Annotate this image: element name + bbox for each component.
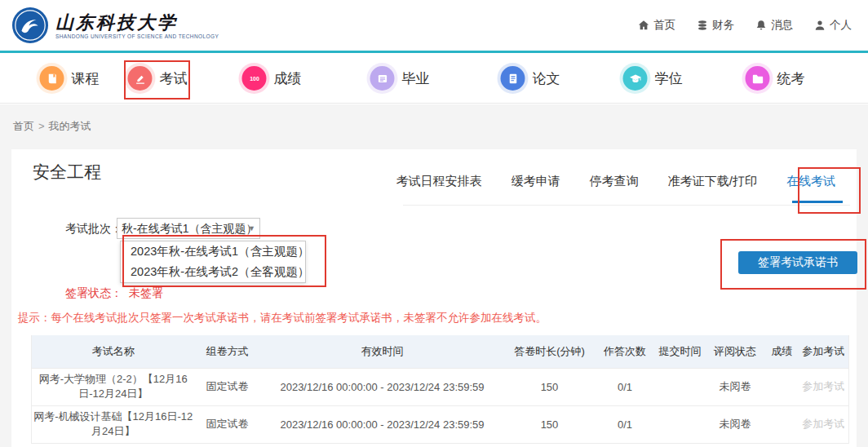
exam-card: 安全工程 考试日程安排表 缓考申请 停考查询 准考证下载/打印 在线考试 考试批… — [11, 149, 857, 447]
score-icon: 100 — [242, 66, 267, 91]
col-join-exam: 参加考试 — [799, 335, 849, 368]
main-nav-item-degree[interactable]: 学位 — [623, 53, 683, 104]
batch-option-1[interactable]: 2023年秋-在线考试1（含主观题） — [121, 241, 305, 262]
utility-nav: 首页 财务 消息 个人 — [638, 0, 852, 51]
main-nav-label: 成绩 — [274, 69, 302, 88]
cell-submit-time — [656, 368, 705, 405]
nav-home-label: 首页 — [653, 18, 675, 33]
nav-profile[interactable]: 个人 — [814, 18, 852, 33]
degree-icon — [623, 66, 648, 91]
batch-select[interactable]: 秋-在线考试1（含主观题） ▼ — [117, 218, 260, 239]
cell-submit-time — [656, 405, 705, 443]
cell-exam-name: 网考-大学物理（2-2）【12月16日-12月24日】 — [32, 368, 195, 405]
nav-home[interactable]: 首页 — [638, 18, 675, 33]
col-attempts: 作答次数 — [595, 335, 656, 368]
cell-attempts: 0/1 — [595, 405, 656, 443]
batch-select-value: 秋-在线考试1（含主观题） — [122, 222, 257, 235]
cell-review-status: 未阅卷 — [705, 405, 766, 443]
cell-exam-name: 网考-机械设计基础【12月16日-12月24日】 — [32, 405, 195, 443]
batch-label: 考试批次： — [65, 222, 122, 237]
breadcrumb: 首页>我的考试 — [13, 119, 91, 134]
paper-icon — [501, 66, 525, 91]
tab-online-exam[interactable]: 在线考试 — [786, 174, 835, 189]
main-nav-label: 论文 — [533, 69, 560, 88]
tab-deferred-exam[interactable]: 缓考申请 — [512, 174, 560, 189]
tabs-divider — [403, 205, 850, 206]
main-nav-label: 考试 — [160, 69, 188, 88]
join-exam-link[interactable]: 参加考试 — [802, 380, 844, 392]
tip-text: 提示：每个在线考试批次只签署一次考试承诺书，请在考试前签署考试承诺书，未签署不允… — [18, 311, 547, 325]
diploma-icon — [370, 66, 395, 91]
cell-score — [766, 405, 799, 443]
main-nav-label: 统考 — [777, 69, 805, 88]
cell-review-status: 未阅卷 — [705, 368, 766, 405]
breadcrumb-home-link[interactable]: 首页 — [13, 120, 34, 132]
exam-subtabs: 考试日程安排表 缓考申请 停考查询 准考证下载/打印 在线考试 — [396, 174, 835, 189]
nav-profile-label: 个人 — [830, 18, 852, 33]
sign-status: 签署状态：未签署 — [65, 286, 163, 301]
home-icon — [638, 20, 649, 31]
main-nav-item-graduation[interactable]: 毕业 — [370, 53, 430, 104]
pen-icon — [128, 66, 153, 91]
main-nav-label: 毕业 — [402, 69, 430, 88]
batch-dropdown: 2023年秋-在线考试1（含主观题） 2023年秋-在线考试2（全客观题） — [120, 241, 306, 283]
col-score: 成绩 — [766, 335, 799, 368]
book-icon — [40, 66, 64, 91]
university-name-cn: 山东科技大学 — [55, 12, 219, 32]
col-exam-name: 考试名称 — [32, 335, 195, 368]
cell-duration: 150 — [505, 405, 595, 443]
cell-paper-method: 固定试卷 — [195, 405, 260, 443]
cell-paper-method: 固定试卷 — [195, 368, 260, 405]
tab-admission-ticket[interactable]: 准考证下载/打印 — [668, 174, 757, 189]
university-logo: 山东科技大学 SHANDONG UNIVERSITY OF SCIENCE AN… — [11, 7, 219, 44]
batch-option-2[interactable]: 2023年秋-在线考试2（全客观题） — [121, 262, 305, 282]
breadcrumb-current: 我的考试 — [49, 120, 91, 132]
col-submit-time: 提交时间 — [656, 335, 705, 368]
table-header-row: 考试名称 组卷方式 有效时间 答卷时长(分钟) 作答次数 提交时间 评阅状态 成… — [32, 335, 849, 368]
finance-icon — [697, 20, 708, 31]
main-nav: 课程 考试 100 成绩 毕业 论文 学位 统考 — [0, 53, 868, 104]
sign-status-label: 签署状态： — [65, 286, 122, 299]
col-review-status: 评阅状态 — [705, 335, 766, 368]
main-nav-item-grades[interactable]: 100 成绩 — [242, 53, 302, 104]
top-header: 山东科技大学 SHANDONG UNIVERSITY OF SCIENCE AN… — [0, 0, 868, 51]
col-paper-method: 组卷方式 — [195, 335, 260, 368]
main-nav-item-unified-exam[interactable]: 统考 — [746, 53, 805, 104]
cell-attempts: 0/1 — [595, 368, 656, 405]
page-title: 安全工程 — [33, 161, 101, 184]
cell-valid-time: 2023/12/16 00:00:00 - 2023/12/24 23:59:5… — [260, 368, 505, 405]
table-row: 网考-大学物理（2-2）【12月16日-12月24日】 固定试卷 2023/12… — [32, 368, 849, 405]
main-nav-item-exams[interactable]: 考试 — [128, 53, 188, 104]
cell-valid-time: 2023/12/16 00:00:00 - 2023/12/24 23:59:5… — [260, 405, 505, 443]
chevron-down-icon: ▼ — [248, 219, 255, 238]
col-valid-time: 有效时间 — [260, 335, 505, 368]
cell-duration: 150 — [505, 368, 595, 405]
main-nav-label: 课程 — [72, 69, 100, 88]
svg-text:100: 100 — [250, 76, 259, 82]
cell-score — [766, 368, 799, 405]
bell-icon — [755, 20, 767, 31]
exam-table: 考试名称 组卷方式 有效时间 答卷时长(分钟) 作答次数 提交时间 评阅状态 成… — [31, 335, 849, 444]
user-icon — [814, 20, 826, 31]
sign-commitment-button[interactable]: 签署考试承诺书 — [738, 251, 857, 274]
main-nav-item-thesis[interactable]: 论文 — [501, 53, 560, 104]
nav-finance-label: 财务 — [712, 18, 734, 33]
university-emblem-icon — [11, 7, 49, 44]
tab-exam-schedule[interactable]: 考试日程安排表 — [396, 174, 482, 189]
main-nav-label: 学位 — [655, 69, 683, 88]
active-tab-underline — [792, 201, 843, 203]
join-exam-link[interactable]: 参加考试 — [802, 418, 844, 430]
tab-exam-suspension[interactable]: 停考查询 — [590, 174, 639, 189]
university-name-en: SHANDONG UNIVERSITY OF SCIENCE AND TECHN… — [55, 33, 219, 39]
col-duration: 答卷时长(分钟) — [505, 335, 595, 368]
nav-finance[interactable]: 财务 — [697, 18, 734, 33]
sign-status-value: 未签署 — [129, 286, 163, 299]
main-nav-item-courses[interactable]: 课程 — [40, 53, 100, 104]
nav-messages-label: 消息 — [771, 18, 793, 33]
breadcrumb-separator: > — [38, 120, 45, 132]
nav-messages[interactable]: 消息 — [755, 18, 793, 33]
table-row: 网考-机械设计基础【12月16日-12月24日】 固定试卷 2023/12/16… — [32, 405, 849, 443]
folder-icon — [746, 66, 770, 91]
